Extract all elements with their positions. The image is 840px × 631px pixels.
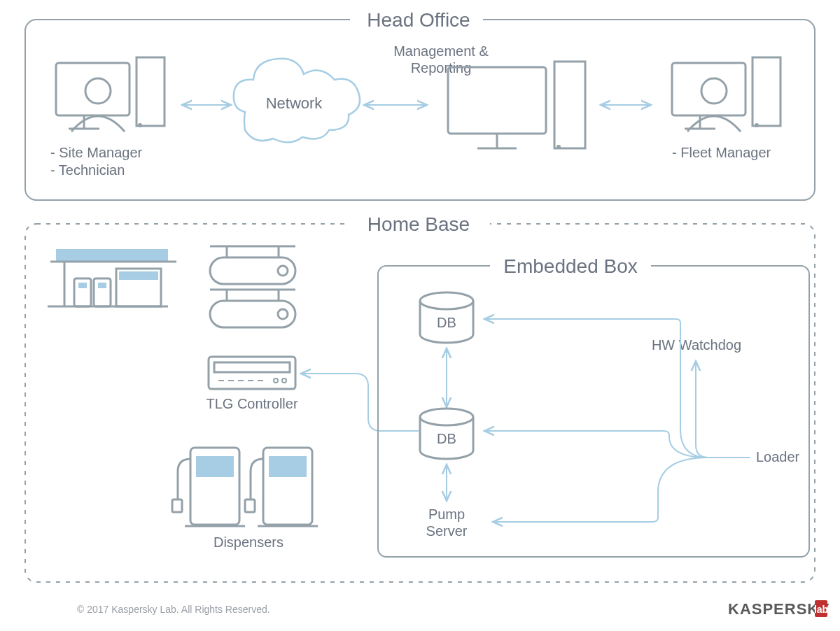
arrow-loader-watchdog xyxy=(696,361,750,458)
hw-watchdog-label: HW Watchdog xyxy=(652,337,741,353)
svg-point-47 xyxy=(282,378,286,383)
svg-point-17 xyxy=(701,78,727,104)
svg-rect-40 xyxy=(214,362,290,372)
arrow-tlg-db xyxy=(301,374,419,431)
svg-rect-32 xyxy=(210,257,295,284)
role-site-manager: - Site Manager xyxy=(50,145,143,160)
embedded-title: Embedded Box xyxy=(503,255,637,277)
gas-station-icon xyxy=(48,249,176,306)
svg-text:lab: lab xyxy=(814,604,828,615)
svg-point-38 xyxy=(278,309,288,319)
tlg-controller-icon xyxy=(209,357,295,389)
svg-rect-24 xyxy=(78,283,87,288)
fleet-manager-icon xyxy=(672,57,780,132)
db2-label: DB xyxy=(437,431,456,446)
mgmt-label-1: Management & xyxy=(393,43,489,59)
home-base-title: Home Base xyxy=(368,213,470,235)
arrow-loader-db2 xyxy=(484,431,750,458)
svg-rect-25 xyxy=(98,283,106,288)
svg-point-6 xyxy=(85,78,111,104)
svg-point-58 xyxy=(420,409,473,425)
head-office-title: Head Office xyxy=(367,9,470,31)
svg-point-14 xyxy=(755,123,759,127)
svg-rect-27 xyxy=(119,271,158,280)
svg-rect-53 xyxy=(269,456,307,477)
role-technician: - Technician xyxy=(50,162,125,178)
svg-rect-12 xyxy=(672,63,746,115)
svg-rect-54 xyxy=(245,499,255,512)
svg-rect-19 xyxy=(56,249,168,262)
loader-label: Loader xyxy=(756,449,800,465)
svg-rect-2 xyxy=(136,57,164,126)
pump-label-1: Pump xyxy=(428,506,465,522)
network-label: Network xyxy=(266,94,323,112)
svg-rect-13 xyxy=(752,57,780,126)
svg-rect-7 xyxy=(448,67,546,134)
svg-rect-1 xyxy=(56,63,130,115)
pump-label-2: Server xyxy=(426,523,468,539)
diagram-root: Head Office - Site Manager - Technician … xyxy=(0,0,840,631)
db1-label: DB xyxy=(437,315,456,330)
tlg-label: TLG Controller xyxy=(206,396,298,411)
svg-point-57 xyxy=(420,292,473,309)
svg-rect-50 xyxy=(172,499,182,512)
tanks-icon xyxy=(210,246,295,327)
role-fleet-manager: - Fleet Manager xyxy=(672,145,771,160)
copyright: © 2017 Kaspersky Lab. All Rights Reserve… xyxy=(77,604,270,615)
svg-point-3 xyxy=(138,123,142,127)
brand-suffix-icon: lab xyxy=(814,600,828,617)
dispensers-label: Dispensers xyxy=(214,534,284,550)
svg-point-33 xyxy=(278,266,288,276)
svg-point-11 xyxy=(556,145,561,149)
user-workstation-icon xyxy=(56,57,164,132)
dispensers-icon xyxy=(172,448,318,526)
svg-rect-37 xyxy=(210,301,295,327)
arrow-loader-pump xyxy=(493,458,750,522)
svg-rect-49 xyxy=(196,456,234,477)
svg-rect-10 xyxy=(554,62,585,148)
svg-point-46 xyxy=(274,378,278,383)
